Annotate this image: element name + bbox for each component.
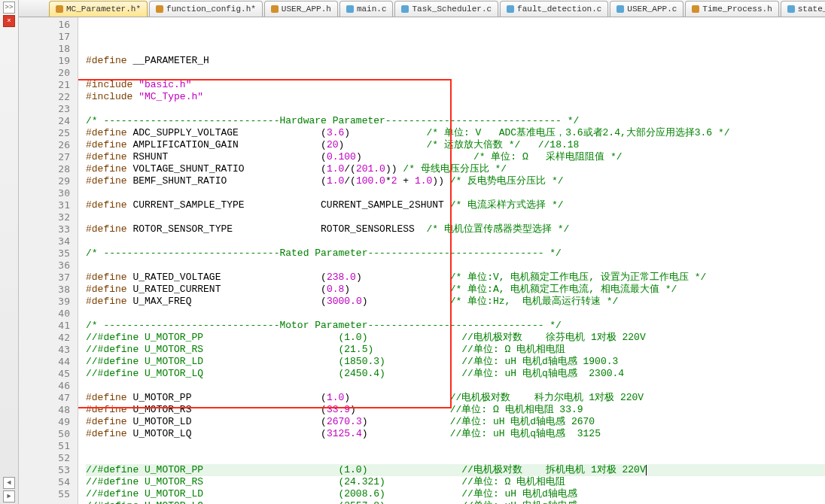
scroll-right-icon[interactable]: ► [3,490,15,502]
code-line[interactable]: //#define U_MOTOR_PP (1.0) //电机极对数 徐芬电机 … [86,332,825,344]
line-number: 47 [19,392,70,404]
line-number: 52 [19,452,70,464]
line-number: 43 [19,344,70,356]
tab-6[interactable]: USER_APP.c [610,1,683,17]
code-line[interactable]: #define U_MAX_FREQ (3000.0) /* 单位:Hz, 电机… [86,296,825,308]
text-caret [646,465,647,475]
code-line[interactable]: #define U_MOTOR_PP (1.0) //电机极对数 科力尔电机 1… [86,392,825,404]
code-line[interactable] [86,440,825,452]
code-line[interactable]: /* ------------------------------Rated P… [86,247,825,260]
tab-8[interactable]: state_machine [781,1,825,17]
line-number: 32 [19,211,70,223]
code-editor[interactable]: 1617181920212223242526272829303132333435… [19,17,825,504]
code-line[interactable]: #define U_MOTOR_LQ (3125.4) //单位: uH 电机q… [86,428,825,440]
code-line[interactable]: #define U_RATED_CURRENT (0.8) /* 单位:A, 电… [86,284,825,296]
code-line[interactable] [86,67,825,79]
code-line[interactable]: #define U_RATED_VOLTAGE (238.0) /* 单位:V,… [86,272,825,284]
code-line[interactable]: //#define U_MOTOR_PP (1.0) //电机极对数 拆机电机 … [86,464,825,476]
line-number: 25 [19,127,70,139]
file-type-icon [346,5,354,13]
tab-label: MC_Parameter.h* [66,5,141,14]
line-number: 54 [19,476,70,488]
line-number: 41 [19,320,70,332]
code-line[interactable]: #include "basic.h" [86,79,825,91]
code-line[interactable] [86,308,825,320]
line-number: 30 [19,187,70,199]
file-type-icon [56,5,63,13]
line-number: 39 [19,296,70,308]
code-line[interactable]: /* ------------------------------Hardwar… [86,115,825,127]
file-type-icon [156,5,163,13]
tab-label: main.c [357,5,387,14]
code-line[interactable]: //#define U_MOTOR_RS (24.321) //单位: Ω 电机… [86,476,825,488]
scroll-left-icon[interactable]: ◄ [3,477,15,489]
line-number: 49 [19,416,70,428]
line-number: 33 [19,223,70,235]
tab-0[interactable]: MC_Parameter.h* [49,1,148,17]
code-line[interactable] [86,235,825,247]
tab-bar: MC_Parameter.h*function_config.h*USER_AP… [19,0,825,17]
line-number: 44 [19,356,70,368]
code-line[interactable]: #define ROTOR_SENSOR_TYPE ROTOR_SENSORLE… [86,223,825,235]
line-number: 23 [19,103,70,115]
file-type-icon [692,5,699,13]
code-line[interactable]: #include "MC_Type.h" [86,91,825,103]
tab-2[interactable]: USER_APP.h [264,1,338,17]
code-line[interactable] [86,452,825,464]
line-number: 29 [19,175,70,187]
line-number: 20 [19,67,70,79]
line-number: 22 [19,91,70,103]
toolbar-close-button[interactable]: × [3,15,15,27]
tab-7[interactable]: Time_Process.h [685,1,778,17]
line-number: 40 [19,308,70,320]
tab-label: function_config.h* [166,5,256,14]
line-number: 28 [19,163,70,175]
line-number: 38 [19,284,70,296]
code-line[interactable]: #define VOLTAGE_SHUNT_RATIO (1.0/(201.0)… [86,163,825,175]
tab-3[interactable]: main.c [339,1,394,17]
code-line[interactable]: #define U_MOTOR_RS (33.9) //单位: Ω 电机相电阻 … [86,404,825,416]
tab-1[interactable]: function_config.h* [149,1,263,17]
line-number: 42 [19,332,70,344]
code-line[interactable]: //#define U_MOTOR_LD (2008.6) //单位: uH 电… [86,488,825,500]
tab-4[interactable]: Task_Scheduler.c [394,1,498,17]
code-line[interactable]: //#define U_MOTOR_LD (1850.3) //单位: uH 电… [86,356,825,368]
main-pane: MC_Parameter.h*function_config.h*USER_AP… [19,0,825,504]
code-area[interactable]: #define __PARAMETER_H#include "basic.h"#… [78,17,825,504]
code-line[interactable] [86,187,825,199]
code-line[interactable] [86,260,825,272]
code-line[interactable] [86,103,825,115]
tab-label: USER_APP.h [282,5,331,14]
file-type-icon [271,5,279,13]
code-line[interactable]: #define RSHUNT (0.100) /* 单位: Ω 采样电阻阻值 *… [86,151,825,163]
code-line[interactable]: //#define U_MOTOR_LQ (2450.4) //单位: uH 电… [86,368,825,380]
line-number: 34 [19,235,70,247]
code-line[interactable]: #define ADC_SUPPLY_VOLTAGE (3.6) /* 单位: … [86,127,825,139]
file-type-icon [616,5,624,13]
tab-5[interactable]: fault_detection.c [500,1,608,17]
code-line[interactable]: #define U_MOTOR_LD (2670.3) //单位: uH 电机d… [86,416,825,428]
line-number: 53 [19,464,70,476]
code-line[interactable]: //#define U_MOTOR_LQ (2557.8) //单位: uH 电… [86,500,825,504]
code-line[interactable]: //#define U_MOTOR_RS (21.5) //单位: Ω 电机相电… [86,344,825,356]
file-type-icon [401,5,409,13]
line-number: 37 [19,272,70,284]
code-line[interactable] [86,211,825,223]
code-line[interactable]: /* ------------------------------Motor P… [86,320,825,332]
line-number: 35 [19,247,70,260]
line-number: 36 [19,260,70,272]
line-number: 27 [19,151,70,163]
tab-label: Task_Scheduler.c [412,5,492,14]
line-number: 16 [19,19,70,31]
line-number: 50 [19,428,70,440]
line-number: 24 [19,115,70,127]
editor-root: >> × ◄ ► MC_Parameter.h*function_config.… [0,0,825,504]
line-number-gutter: 1617181920212223242526272829303132333435… [19,17,78,504]
toolbar-expand-icon[interactable]: >> [3,2,15,14]
code-line[interactable] [86,380,825,392]
code-line[interactable]: #define __PARAMETER_H [86,55,825,67]
code-line[interactable]: #define BEMF_SHUNT_RATIO (1.0/(100.0*2 +… [86,175,825,187]
code-line[interactable]: #define CURRENT_SAMPLE_TYPE CURRENT_SAMP… [86,199,825,211]
code-line[interactable]: #define AMPLIFICATION_GAIN (20) /* 运放放大倍… [86,139,825,151]
tab-label: Time_Process.h [702,5,772,14]
